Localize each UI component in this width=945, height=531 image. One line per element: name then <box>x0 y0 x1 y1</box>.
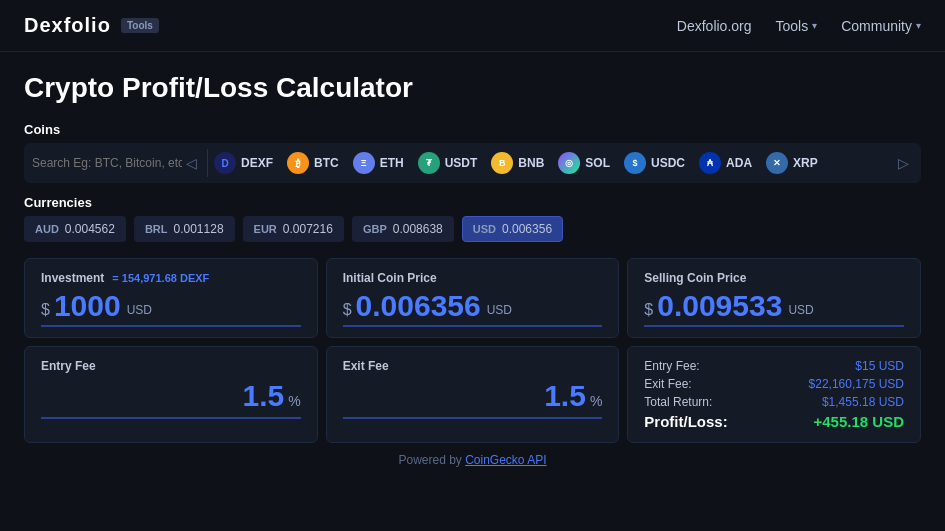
dexf-icon: D <box>214 152 236 174</box>
investment-unit: USD <box>127 303 152 321</box>
coin-item-usdc[interactable]: $ USDC <box>624 152 685 174</box>
gbp-value: 0.008638 <box>393 222 443 236</box>
gbp-code: GBP <box>363 223 387 235</box>
community-label: Community <box>841 18 912 34</box>
summary-exit-fee-value: $22,160,175 USD <box>809 377 904 391</box>
currency-brl[interactable]: BRL 0.001128 <box>134 216 235 242</box>
scroll-left-icon[interactable]: ◁ <box>182 155 201 171</box>
scroll-right-icon[interactable]: ▷ <box>894 155 913 171</box>
investment-input-row: $ 1000 USD <box>41 291 301 327</box>
pnl-label: Profit/Loss: <box>644 413 727 430</box>
initial-price-input-row: $ 0.006356 USD <box>343 291 603 327</box>
coingecko-link[interactable]: CoinGecko API <box>465 453 546 467</box>
exit-fee-unit: % <box>590 393 602 413</box>
eur-value: 0.007216 <box>283 222 333 236</box>
brl-code: BRL <box>145 223 168 235</box>
page-title: Crypto Profit/Loss Calculator <box>24 72 921 104</box>
sol-icon: ◎ <box>558 152 580 174</box>
currencies-row: AUD 0.004562 BRL 0.001128 EUR 0.007216 G… <box>24 216 921 242</box>
usd-code: USD <box>473 223 496 235</box>
entry-fee-unit: % <box>288 393 300 413</box>
summary-entry-fee-value: $15 USD <box>855 359 904 373</box>
nav-link-tools[interactable]: Tools ▾ <box>776 18 818 34</box>
summary-exit-fee-label: Exit Fee: <box>644 377 691 391</box>
nav-right: Dexfolio.org Tools ▾ Community ▾ <box>677 18 921 34</box>
selling-price-label: Selling Coin Price <box>644 271 904 285</box>
coins-divider <box>207 149 208 177</box>
summary-pnl-row: Profit/Loss: +455.18 USD <box>644 413 904 430</box>
investment-card: Investment = 154,971.68 DEXF $ 1000 USD <box>24 258 318 338</box>
coins-scroll: D DEXF ₿ BTC Ξ ETH ₮ USDT B BNB ◎ SOL <box>214 152 894 174</box>
summary-total-return-row: Total Return: $1,455.18 USD <box>644 395 904 409</box>
ada-label: ADA <box>726 156 752 170</box>
summary-total-return-value: $1,455.18 USD <box>822 395 904 409</box>
initial-prefix: $ <box>343 301 352 321</box>
selling-price-card: Selling Coin Price $ 0.009533 USD <box>627 258 921 338</box>
entry-fee-value[interactable]: 1.5 <box>242 379 284 413</box>
entry-fee-card: Entry Fee 1.5 % <box>24 346 318 443</box>
summary-total-return-label: Total Return: <box>644 395 712 409</box>
currencies-section-label: Currencies <box>24 195 921 210</box>
coin-item-dexf[interactable]: D DEXF <box>214 152 273 174</box>
footer: Powered by CoinGecko API <box>24 443 921 471</box>
xrp-label: XRP <box>793 156 818 170</box>
coin-item-usdt[interactable]: ₮ USDT <box>418 152 478 174</box>
coins-section-label: Coins <box>24 122 921 137</box>
ada-icon: ₳ <box>699 152 721 174</box>
coin-item-btc[interactable]: ₿ BTC <box>287 152 339 174</box>
selling-price-input-row: $ 0.009533 USD <box>644 291 904 327</box>
exit-fee-label: Exit Fee <box>343 359 603 373</box>
bnb-label: BNB <box>518 156 544 170</box>
initial-price-card: Initial Coin Price $ 0.006356 USD <box>326 258 620 338</box>
initial-price-value[interactable]: 0.006356 <box>356 291 481 321</box>
entry-fee-input-row: 1.5 % <box>41 379 301 419</box>
summary-entry-fee-label: Entry Fee: <box>644 359 699 373</box>
currency-aud[interactable]: AUD 0.004562 <box>24 216 126 242</box>
pnl-value: +455.18 USD <box>814 413 904 430</box>
investment-hint: = 154,971.68 DEXF <box>112 272 209 284</box>
usdc-label: USDC <box>651 156 685 170</box>
nav-link-dexfolio[interactable]: Dexfolio.org <box>677 18 752 34</box>
dexf-label: DEXF <box>241 156 273 170</box>
btc-icon: ₿ <box>287 152 309 174</box>
coins-row: ◁ D DEXF ₿ BTC Ξ ETH ₮ USDT B BNB <box>24 143 921 183</box>
eur-code: EUR <box>254 223 277 235</box>
navbar: Dexfolio Tools Dexfolio.org Tools ▾ Comm… <box>0 0 945 52</box>
summary-card: Entry Fee: $15 USD Exit Fee: $22,160,175… <box>627 346 921 443</box>
usdt-icon: ₮ <box>418 152 440 174</box>
tools-chevron-icon: ▾ <box>812 20 817 31</box>
calculator-grid: Investment = 154,971.68 DEXF $ 1000 USD … <box>24 258 921 443</box>
community-chevron-icon: ▾ <box>916 20 921 31</box>
coin-item-xrp[interactable]: ✕ XRP <box>766 152 818 174</box>
selling-price-unit: USD <box>788 303 813 321</box>
exit-fee-input-row: 1.5 % <box>343 379 603 419</box>
nav-link-community[interactable]: Community ▾ <box>841 18 921 34</box>
summary-exit-fee-row: Exit Fee: $22,160,175 USD <box>644 377 904 391</box>
logo: Dexfolio <box>24 14 111 37</box>
bnb-icon: B <box>491 152 513 174</box>
selling-prefix: $ <box>644 301 653 321</box>
exit-fee-card: Exit Fee 1.5 % <box>326 346 620 443</box>
investment-prefix: $ <box>41 301 50 321</box>
currency-usd[interactable]: USD 0.006356 <box>462 216 563 242</box>
coin-item-eth[interactable]: Ξ ETH <box>353 152 404 174</box>
tools-label: Tools <box>776 18 809 34</box>
sol-label: SOL <box>585 156 610 170</box>
currency-eur[interactable]: EUR 0.007216 <box>243 216 344 242</box>
main-content: Crypto Profit/Loss Calculator Coins ◁ D … <box>0 52 945 487</box>
aud-code: AUD <box>35 223 59 235</box>
usd-value: 0.006356 <box>502 222 552 236</box>
tools-badge: Tools <box>121 18 159 33</box>
eth-label: ETH <box>380 156 404 170</box>
coin-item-ada[interactable]: ₳ ADA <box>699 152 752 174</box>
initial-price-unit: USD <box>487 303 512 321</box>
coin-item-bnb[interactable]: B BNB <box>491 152 544 174</box>
btc-label: BTC <box>314 156 339 170</box>
coin-item-sol[interactable]: ◎ SOL <box>558 152 610 174</box>
exit-fee-value[interactable]: 1.5 <box>544 379 586 413</box>
brl-value: 0.001128 <box>174 222 224 236</box>
currency-gbp[interactable]: GBP 0.008638 <box>352 216 454 242</box>
selling-price-value[interactable]: 0.009533 <box>657 291 782 321</box>
investment-value[interactable]: 1000 <box>54 291 121 321</box>
search-input[interactable] <box>32 156 182 170</box>
